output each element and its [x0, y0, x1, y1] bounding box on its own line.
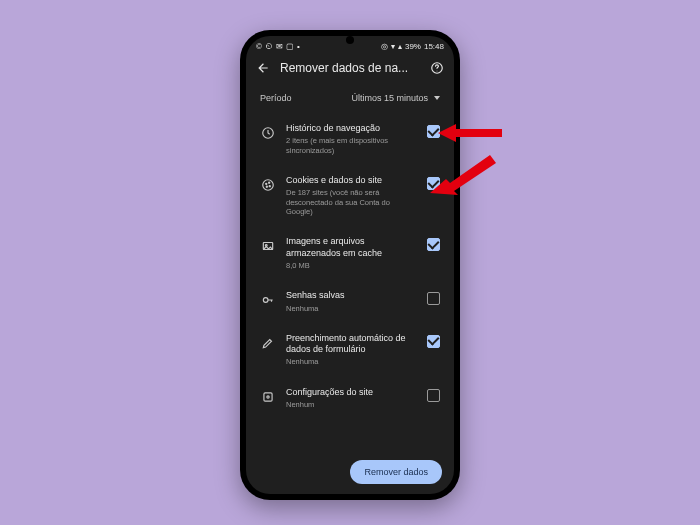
option-autofill[interactable]: Preenchimento automático de dados de for…	[252, 323, 448, 377]
key-icon	[260, 292, 276, 308]
svg-marker-14	[430, 155, 496, 195]
period-value: Últimos 15 minutos	[351, 93, 428, 103]
cookie-icon	[260, 177, 276, 193]
status-icon: ▾	[391, 42, 395, 51]
chevron-down-icon	[434, 96, 440, 100]
clock: 15:48	[424, 42, 444, 51]
option-subtitle: Nenhuma	[286, 304, 417, 313]
period-dropdown[interactable]: Últimos 15 minutos	[351, 93, 440, 103]
option-title: Configurações do site	[286, 387, 417, 398]
svg-point-7	[269, 186, 270, 187]
option-subtitle: Nenhum	[286, 400, 417, 409]
screen: © ⏲ ✉ ▢ • ◎ ▾ ▴ 39% 15:48 Remover dados …	[246, 36, 454, 494]
option-title: Imagens e arquivos armazenados em cache	[286, 236, 417, 259]
option-text: Cookies e dados do site De 187 sites (vo…	[286, 175, 417, 216]
phone-frame: © ⏲ ✉ ▢ • ◎ ▾ ▴ 39% 15:48 Remover dados …	[240, 30, 460, 500]
option-subtitle: De 187 sites (você não será desconectado…	[286, 188, 417, 216]
option-title: Preenchimento automático de dados de for…	[286, 333, 417, 356]
status-icon: ▢	[286, 42, 294, 51]
checkbox[interactable]	[427, 238, 440, 251]
status-icon: ©	[256, 42, 262, 51]
back-arrow-icon[interactable]	[256, 61, 270, 75]
checkbox[interactable]	[427, 335, 440, 348]
status-icon: ▴	[398, 42, 402, 51]
svg-marker-13	[438, 124, 502, 142]
status-icon: •	[297, 42, 300, 51]
image-icon	[260, 238, 276, 254]
option-cached-images[interactable]: Imagens e arquivos armazenados em cache …	[252, 226, 448, 280]
pencil-icon	[260, 335, 276, 351]
status-right: ◎ ▾ ▴ 39% 15:48	[381, 42, 444, 51]
status-icon: ✉	[276, 42, 283, 51]
svg-point-12	[267, 396, 269, 398]
option-title: Senhas salvas	[286, 290, 417, 301]
options-list: Histórico de navegação 2 itens (e mais e…	[246, 113, 454, 419]
svg-point-5	[269, 182, 270, 183]
option-text: Senhas salvas Nenhuma	[286, 290, 417, 313]
option-subtitle: 8,0 MB	[286, 261, 417, 270]
option-text: Histórico de navegação 2 itens (e mais e…	[286, 123, 417, 155]
status-icon: ◎	[381, 42, 388, 51]
option-subtitle: 2 itens (e mais em dispositivos sincroni…	[286, 136, 417, 155]
period-label: Período	[260, 93, 292, 103]
option-title: Histórico de navegação	[286, 123, 417, 134]
help-icon[interactable]	[430, 61, 444, 75]
period-row: Período Últimos 15 minutos	[246, 83, 454, 113]
settings-icon	[260, 389, 276, 405]
battery-percent: 39%	[405, 42, 421, 51]
option-saved-passwords[interactable]: Senhas salvas Nenhuma	[252, 280, 448, 323]
svg-point-1	[437, 70, 438, 71]
option-text: Configurações do site Nenhum	[286, 387, 417, 410]
option-subtitle: Nenhuma	[286, 357, 417, 366]
svg-point-3	[263, 180, 274, 191]
remove-button-label: Remover dados	[364, 467, 428, 477]
remove-data-button[interactable]: Remover dados	[350, 460, 442, 484]
option-cookies[interactable]: Cookies e dados do site De 187 sites (vo…	[252, 165, 448, 226]
option-title: Cookies e dados do site	[286, 175, 417, 186]
option-site-settings[interactable]: Configurações do site Nenhum	[252, 377, 448, 420]
page-title: Remover dados de na...	[280, 61, 420, 75]
svg-point-6	[266, 186, 267, 187]
callout-arrow-2	[430, 155, 510, 205]
callout-arrow-1	[438, 118, 508, 158]
svg-rect-11	[264, 393, 272, 401]
option-browsing-history[interactable]: Histórico de navegação 2 itens (e mais e…	[252, 113, 448, 165]
svg-point-10	[263, 298, 268, 303]
option-text: Imagens e arquivos armazenados em cache …	[286, 236, 417, 270]
option-text: Preenchimento automático de dados de for…	[286, 333, 417, 367]
camera-notch	[346, 36, 354, 44]
checkbox[interactable]	[427, 389, 440, 402]
status-icon: ⏲	[265, 42, 273, 51]
clock-icon	[260, 125, 276, 141]
checkbox[interactable]	[427, 292, 440, 305]
app-header: Remover dados de na...	[246, 53, 454, 83]
svg-point-4	[266, 183, 267, 184]
status-left: © ⏲ ✉ ▢ •	[256, 42, 300, 51]
